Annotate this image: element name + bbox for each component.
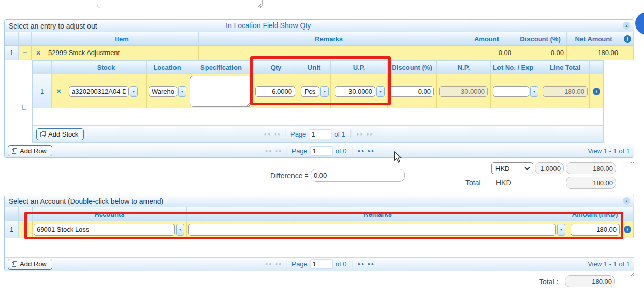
pager-next-icon[interactable]: ►►	[356, 132, 363, 137]
sub-header-specification[interactable]: Specification	[188, 61, 254, 74]
pager-prev-icon[interactable]: ◄◄	[274, 262, 281, 266]
pager-next-icon[interactable]: ►►	[358, 149, 365, 153]
account-section-header: Select an Account (Double-click below to…	[5, 195, 634, 207]
account-view-count: View 1 - 1 of 1	[588, 260, 630, 268]
currency-amount-input	[566, 162, 616, 174]
pager-first-icon[interactable]: ◄◄	[264, 262, 271, 266]
entry-collapse-button[interactable]: ▲	[623, 22, 630, 30]
resize-grip-icon[interactable]	[629, 158, 634, 163]
total-currency-label: HKD	[496, 179, 511, 187]
sub-info-cell: i	[590, 74, 603, 108]
sub-header-lot[interactable]: Lot No. / Exp	[491, 61, 541, 74]
currency-select[interactable]: HKD	[491, 162, 533, 174]
sub-discount-cell	[388, 74, 437, 108]
row-info-cell	[621, 46, 634, 60]
stock-dropdown-button[interactable]: ▼	[130, 86, 138, 97]
add-row-label: Add Row	[20, 147, 47, 155]
specification-textarea[interactable]	[190, 76, 252, 107]
header-cell-delete	[32, 32, 45, 46]
location-dropdown-button[interactable]: ▼	[178, 86, 186, 97]
pager-separator	[352, 147, 353, 155]
header-cell-item[interactable]: Item	[45, 32, 199, 46]
collapse-row-cell[interactable]: −	[19, 46, 32, 60]
header-cell-info: i	[621, 32, 634, 46]
sub-header-np[interactable]: N.P.	[437, 61, 491, 74]
collapse-row-icon[interactable]: −	[23, 49, 27, 57]
add-icon	[12, 261, 17, 267]
pager-separator	[285, 130, 285, 138]
pager-last-icon[interactable]: ►►	[367, 149, 374, 153]
lot-input[interactable]	[493, 86, 529, 97]
header-cell-remarks[interactable]: Remarks	[199, 32, 459, 46]
pager-next-icon[interactable]: ►►	[358, 262, 365, 266]
amount-cell: 0.00	[459, 46, 514, 60]
header-cell-discount[interactable]: Discount (%)	[514, 32, 567, 46]
location-combo[interactable]: ▼	[149, 86, 186, 97]
stock-combo[interactable]: ▼	[69, 86, 138, 97]
account-page-input[interactable]	[310, 259, 333, 269]
pager-first-icon[interactable]: ◄◄	[262, 132, 270, 137]
entry-view-count: View 1 - 1 of 1	[588, 147, 630, 155]
add-stock-button[interactable]: Add Stock	[36, 128, 84, 140]
pager-prev-icon[interactable]: ◄◄	[273, 132, 280, 137]
sub-header-line-total[interactable]: Line Total	[541, 61, 590, 74]
page-label: Page	[291, 147, 307, 155]
account-total-label: Total :	[539, 278, 558, 286]
stock-input[interactable]	[69, 86, 129, 97]
header-cell-rownum	[5, 32, 19, 46]
delete-row-cell[interactable]: ×	[32, 46, 45, 60]
lot-dropdown-button[interactable]: ▼	[530, 86, 538, 97]
delete-row-icon[interactable]: ×	[36, 49, 40, 57]
pager-last-icon[interactable]: ►►	[366, 132, 373, 137]
stock-adjustment-screen: Select an entry to adjust out In Locatio…	[0, 0, 644, 297]
account-collapse-button[interactable]: ▲	[623, 197, 630, 205]
floating-help-button[interactable]	[635, 12, 644, 35]
difference-input[interactable]	[311, 169, 405, 182]
entry-page-input[interactable]	[310, 146, 333, 156]
collapse-icon: ▲	[625, 199, 628, 203]
resize-grip-icon[interactable]	[629, 272, 634, 276]
header-cell-amount[interactable]: Amount	[459, 32, 514, 46]
add-icon	[12, 148, 17, 154]
sub-header-location[interactable]: Location	[147, 61, 188, 74]
sub-header-info	[590, 61, 603, 74]
top-remarks-textarea[interactable]	[97, 0, 263, 8]
header-cell-expand	[19, 32, 32, 46]
entry-section-header: Select an entry to adjust out In Locatio…	[5, 20, 634, 32]
pager-last-icon[interactable]: ►►	[367, 262, 374, 266]
currency-select-value: HKD	[495, 165, 509, 172]
pager-separator	[352, 260, 353, 268]
pager-prev-icon[interactable]: ◄◄	[274, 149, 281, 153]
sub-header-rownum	[33, 61, 52, 74]
sub-discount-input[interactable]	[389, 86, 434, 97]
sub-delete-cell[interactable]: ×	[52, 74, 66, 108]
add-icon	[40, 131, 46, 137]
resize-grip-icon[interactable]	[597, 136, 602, 141]
sub-header-discount[interactable]: Discount (%)	[388, 61, 437, 74]
sub-header-stock[interactable]: Stock	[66, 61, 147, 74]
info-icon[interactable]: i	[593, 88, 600, 95]
subgrid-branch-icon	[22, 105, 26, 110]
page-of-label: of 0	[336, 147, 347, 155]
line-total-input	[543, 86, 588, 97]
pager-first-icon[interactable]: ◄◄	[264, 149, 271, 153]
subgrid-page-input[interactable]	[309, 129, 331, 139]
entry-section-title: Select an entry to adjust out	[9, 22, 97, 30]
add-account-row-button[interactable]: Add Row	[8, 259, 52, 270]
pager-separator	[286, 147, 286, 155]
location-input[interactable]	[149, 86, 177, 97]
dropdown-icon: ▼	[533, 90, 536, 93]
add-row-button[interactable]: Add Row	[8, 145, 52, 156]
line-total-cell	[541, 74, 590, 108]
sub-delete-icon[interactable]: ×	[56, 88, 61, 95]
specification-cell	[188, 74, 254, 108]
pager-separator	[286, 260, 286, 268]
info-icon[interactable]: i	[624, 226, 631, 233]
info-icon: i	[624, 35, 631, 43]
highlight-box-qty-unit-up	[250, 56, 391, 105]
item-cell[interactable]: 52999 Stock Adjustment	[45, 46, 199, 60]
lot-combo[interactable]: ▼	[493, 86, 538, 97]
header-cell-net-amount[interactable]: Net Amount	[567, 32, 621, 46]
entry-footer-bar: Add Row ◄◄ ◄◄ Page of 0 ►► ►► View 1 - 1…	[5, 144, 634, 157]
in-location-field-show-qty-link[interactable]: In Location Field Show Qty	[226, 21, 311, 30]
